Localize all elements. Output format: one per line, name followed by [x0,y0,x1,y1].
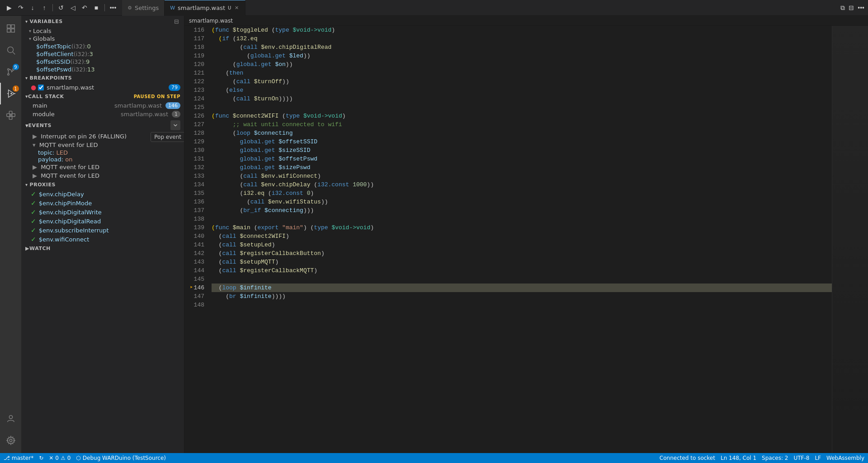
rewind-button[interactable]: ↶ [79,2,90,13]
tab-smartlamp[interactable]: W smartlamp.wast U ✕ [165,0,245,16]
code-editor[interactable]: (func $toggleLed (type $void->void) (if … [208,26,832,453]
proxy-check-icon-2: ✓ [31,199,36,207]
editor-breadcrumb: smartlamp.wast [184,16,868,26]
breakpoints-section-header[interactable]: ▾ BREAKPOINTS [22,73,184,83]
proxy-chipdigitalread[interactable]: ✓ $env.chipDigitalRead [22,217,184,226]
activity-debug[interactable]: 1 [0,83,22,104]
errors-count: 0 [55,455,59,461]
code-line-139: (func $main (export "main") (type $void-… [212,223,832,232]
continue-button[interactable]: ▶ [4,2,14,13]
git-badge: 9 [13,64,19,70]
callstack-file-main: smartlamp.wast [114,102,162,109]
settings-tab-icon: ⚙ [127,5,132,11]
status-socket[interactable]: Connected to socket [660,455,715,461]
watch-section-header[interactable]: ▶ WATCH [22,244,184,253]
step-into-button[interactable]: ↓ [27,2,38,13]
status-eol[interactable]: LF [815,455,821,461]
watch-chevron: ▶ [25,246,29,251]
event-mqtt-led-3[interactable]: ▶ MQTT event for LED [22,171,184,180]
event-mqtt-led-2[interactable]: ▶ MQTT event for LED [22,163,184,171]
proxy-chipdelay[interactable]: ✓ $env.chipDelay [22,189,184,198]
var-offsetpswd[interactable]: $offsetPswd (i32): 13 [22,66,184,73]
callstack-module[interactable]: module smartlamp.wast 1 [22,110,184,118]
minimap [832,26,868,453]
split-editor-button[interactable]: ⧉ [840,4,845,12]
var-offsettopic[interactable]: $offsetTopic (i32): 0 [22,43,184,50]
reverse-button[interactable]: ◁ [67,2,78,13]
more-button[interactable]: ••• [108,2,118,13]
errors-icon: ✕ [49,455,53,461]
variables-section-header[interactable]: ▾ VARIABLES ⊟ [22,16,184,27]
debug-sidebar: ▾ VARIABLES ⊟ ▾ Locals ▾ Globals $offset… [22,16,184,453]
code-line-118: (call $env.chipDigitalRead [212,43,832,52]
event-interrupt-label: Interrupt on pin 26 (FALLING) [41,133,127,140]
activity-settings-gear[interactable] [0,430,22,451]
restart-button[interactable]: ↺ [56,2,66,13]
activity-extensions[interactable] [0,104,22,126]
breakpoint-file: smartlamp.wast [47,84,169,91]
pop-event-tooltip: Pop event [151,132,184,142]
proxy-chipdigitalwrite[interactable]: ✓ $env.chipDigitalWrite [22,208,184,217]
proxies-section-header[interactable]: ▾ PROXIES [22,180,184,189]
sidebar-scroll-area[interactable]: ▾ VARIABLES ⊟ ▾ Locals ▾ Globals $offset… [22,16,184,453]
tab-close-button[interactable]: ✕ [234,4,240,12]
ln-122: 122 [184,77,204,86]
spaces-text: Spaces: 2 [762,455,788,461]
callstack-section-header[interactable]: ▾ CALL STACK PAUSED ON STEP [22,92,184,101]
status-spaces[interactable]: Spaces: 2 [762,455,788,461]
locals-item[interactable]: ▾ Locals [22,27,184,35]
ln-141: 141 [184,241,204,249]
main-layout: 9 1 [0,16,868,453]
status-branch[interactable]: ⎇ master* [4,455,33,461]
proxy-wificonnect[interactable]: ✓ $env.wifiConnect [22,235,184,244]
svg-rect-1 [11,25,14,28]
code-line-117: (if (i32.eq [212,34,832,43]
proxy-check-icon: ✓ [31,190,36,198]
proxy-chippinmode[interactable]: ✓ $env.chipPinMode [22,198,184,208]
ln-118: 118 [184,43,204,52]
activity-search[interactable] [0,39,22,61]
breadcrumb-file: smartlamp.wast [189,18,233,24]
events-section-header[interactable]: ▾ EVENTS Pop event [22,118,184,132]
proxies-title: PROXIES [30,182,56,188]
pop-event-button[interactable] [170,120,180,130]
breakpoint-dot-icon: ● [31,84,36,91]
svg-point-4 [7,47,13,53]
status-encoding[interactable]: UTF-8 [793,455,809,461]
status-sync[interactable]: ↻ [39,455,43,461]
status-errors[interactable]: ✕ 0 ⚠ 0 [49,455,71,461]
step-over-button[interactable]: ↷ [15,2,26,13]
var-offsetssid[interactable]: $offsetSSID (i32): 9 [22,58,184,66]
status-position[interactable]: Ln 148, Col 1 [721,455,756,461]
collapse-all-button[interactable]: ⊟ [173,18,180,25]
stop-button[interactable]: ■ [91,2,102,13]
sync-icon: ↻ [39,455,43,461]
globals-chevron: ▾ [29,36,31,41]
tab-settings[interactable]: ⚙ Settings [122,0,165,16]
breakpoint-item[interactable]: ● smartlamp.wast 79 [22,83,184,92]
code-line-145 [212,275,832,283]
watch-title: WATCH [29,246,51,251]
overflow-button[interactable]: ••• [858,4,864,11]
globals-item[interactable]: ▾ Globals [22,35,184,43]
status-language[interactable]: WebAssembly [826,455,864,461]
breakpoint-checkbox[interactable] [38,85,44,90]
activity-explorer[interactable] [0,18,22,39]
layout-button[interactable]: ⊟ [849,4,854,11]
svg-rect-0 [7,25,10,28]
activity-account[interactable] [0,408,22,430]
status-debug[interactable]: ⬡ Debug WARDuino (TestSource) [76,455,166,461]
var-offsetclient[interactable]: $offsetClient (i32): 3 [22,50,184,58]
eol-text: LF [815,455,821,461]
svg-point-6 [7,69,9,71]
proxy-chipdigitalread-name: $env.chipDigitalRead [39,218,101,225]
step-out-button[interactable]: ↑ [39,2,50,13]
callstack-main[interactable]: main smartlamp.wast 146 [22,101,184,110]
code-line-121: (then [212,69,832,77]
svg-point-18 [9,416,12,419]
svg-rect-2 [7,29,10,32]
warnings-count: 0 [67,455,71,461]
activity-git[interactable]: 9 [0,61,22,83]
tab-modified-indicator: U [228,5,231,10]
proxy-subscribeinterrupt[interactable]: ✓ $env.subscribeInterrupt [22,226,184,235]
